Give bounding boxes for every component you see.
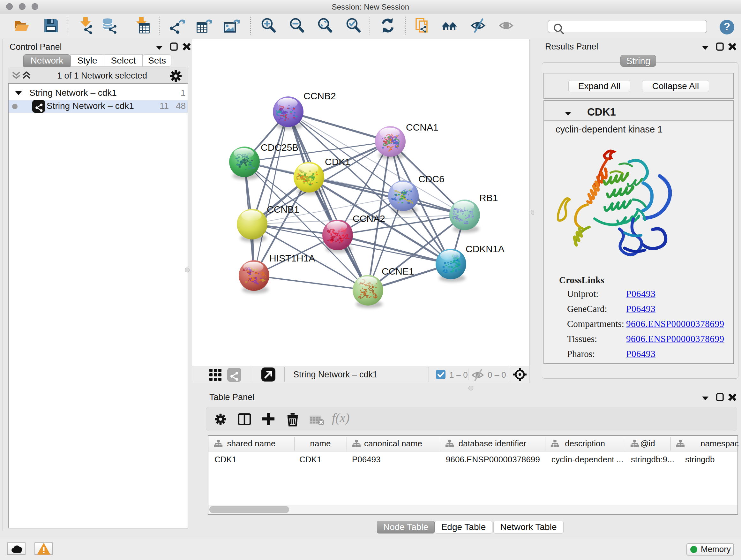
svg-text:CCNB2: CCNB2	[304, 91, 336, 101]
svg-text:CCNB1: CCNB1	[267, 204, 299, 214]
svg-text:RB1: RB1	[479, 192, 498, 203]
svg-text:CDC25B: CDC25B	[261, 142, 298, 152]
svg-text:HIST1H1A: HIST1H1A	[269, 253, 315, 263]
svg-text:CDKN1A: CDKN1A	[466, 244, 504, 254]
svg-text:CCNA2: CCNA2	[353, 213, 385, 224]
svg-text:CCNA1: CCNA1	[406, 122, 439, 132]
svg-text:CCNE1: CCNE1	[382, 266, 414, 276]
svg-text:CDC6: CDC6	[418, 174, 445, 184]
svg-text:CDK1: CDK1	[325, 157, 350, 167]
svg-text:?: ?	[724, 20, 731, 33]
